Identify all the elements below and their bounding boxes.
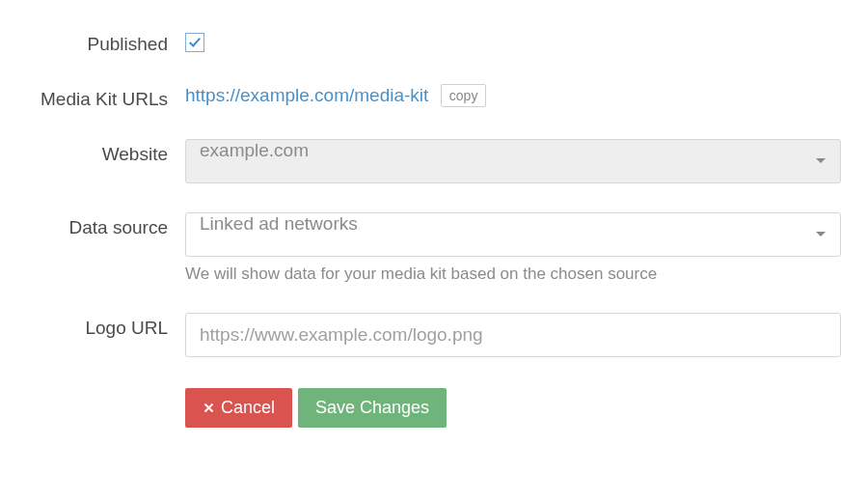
save-button[interactable]: Save Changes bbox=[298, 388, 447, 428]
website-select-value: example.com bbox=[200, 140, 309, 160]
data-source-select-value: Linked ad networks bbox=[200, 213, 358, 234]
logo-url-input[interactable] bbox=[185, 313, 841, 357]
data-source-help-text: We will show data for your media kit bas… bbox=[185, 264, 841, 284]
website-select[interactable]: example.com bbox=[185, 139, 841, 183]
data-source-label: Data source bbox=[19, 212, 185, 238]
check-icon bbox=[188, 36, 202, 49]
save-button-label: Save Changes bbox=[315, 398, 429, 418]
cancel-button-label: Cancel bbox=[221, 398, 275, 418]
data-source-select[interactable]: Linked ad networks bbox=[185, 212, 841, 257]
website-label: Website bbox=[19, 139, 185, 165]
published-label: Published bbox=[19, 29, 185, 55]
cancel-button[interactable]: Cancel bbox=[185, 388, 292, 428]
media-kit-url-link[interactable]: https://example.com/media-kit bbox=[185, 85, 428, 105]
media-kit-urls-label: Media Kit URLs bbox=[19, 84, 185, 110]
logo-url-label: Logo URL bbox=[19, 313, 185, 339]
close-icon bbox=[203, 402, 215, 414]
published-checkbox[interactable] bbox=[185, 33, 204, 52]
copy-button[interactable]: copy bbox=[441, 84, 487, 107]
